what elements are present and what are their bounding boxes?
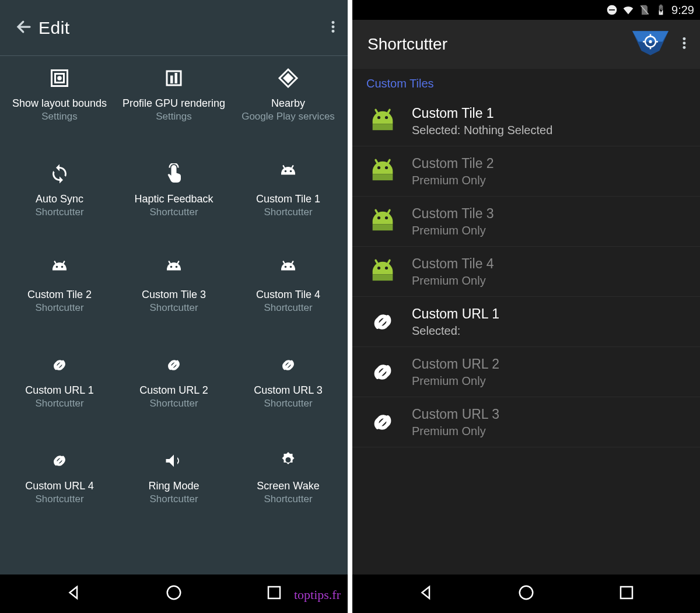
tile[interactable]: Custom Tile 2 Shortcutter [2,253,117,349]
link-icon [276,353,300,377]
app-title: Shortcutter [368,35,447,54]
tile-subtitle: Shortcutter [149,493,198,506]
tile[interactable]: Custom Tile 3 Shortcutter [117,253,231,349]
tile[interactable]: Custom Tile 4 Shortcutter [231,253,345,349]
wifi-icon [622,4,634,16]
nav-home-icon [165,584,183,601]
list-item-subtitle: Premium Only [412,173,494,188]
brightness-icon [276,449,300,472]
list-item-title: Custom Tile 2 [412,155,494,173]
tile[interactable]: Custom URL 2 Shortcutter [117,349,231,444]
list-item-subtitle: Premium Only [412,223,494,238]
android-icon [276,258,300,281]
app-header: Shortcutter [352,20,700,69]
nav-home-button[interactable] [148,578,200,610]
link-icon [162,353,186,377]
nav-back-icon [418,584,435,601]
touch-icon [162,162,186,185]
nav-back-button[interactable] [48,578,100,610]
tile[interactable]: Nearby Google Play services [231,62,345,157]
status-bar: 9:29 [352,0,700,20]
list-item-title: Custom Tile 1 [412,104,552,122]
dnd-icon [606,4,618,16]
tile[interactable]: Haptic Feedback Shortcutter [117,157,231,253]
tile-subtitle: Shortcutter [35,397,83,410]
list-item-title: Custom Tile 4 [412,255,494,273]
sync-icon [48,162,71,185]
android-icon [162,258,186,281]
nav-recents-icon [265,584,283,601]
link-white-icon [366,306,399,338]
tile-subtitle: Shortcutter [264,206,312,219]
list-item[interactable]: Custom URL 2 Premium Only [352,347,700,397]
tile-subtitle: Shortcutter [149,397,198,410]
quick-settings-edit-screen: Edit Show layout bounds Settings Profile… [0,0,348,613]
tile-title: Auto Sync [36,192,83,206]
shortcutter-app-screen: 9:29 Shortcutter Custom Tiles Custom Til… [352,0,700,613]
tile-subtitle: Shortcutter [35,493,83,506]
overflow-menu-button[interactable] [326,19,341,37]
overflow-menu-button[interactable] [677,36,692,53]
tile-title: Custom URL 4 [25,479,93,493]
link-icon [48,353,71,377]
tile[interactable]: Auto Sync Shortcutter [2,157,117,253]
app-logo-icon [632,31,668,55]
edit-header: Edit [0,0,348,56]
gpu-profile-icon [162,66,186,90]
tile[interactable]: Custom URL 1 Shortcutter [2,349,117,444]
tile[interactable]: Screen Wake Shortcutter [231,444,345,540]
tile-subtitle: Google Play services [242,110,335,123]
list-item[interactable]: Custom URL 3 Premium Only [352,397,700,447]
tile[interactable]: Ring Mode Shortcutter [117,444,231,540]
tile-title: Nearby [271,97,305,110]
tiles-grid: Show layout bounds Settings Profile GPU … [0,56,348,575]
nav-home-button[interactable] [500,578,552,610]
tile-subtitle: Settings [41,110,77,123]
arrow-back-icon [15,18,33,36]
list-item-subtitle: Selected: [412,323,499,338]
tile[interactable]: Custom URL 3 Shortcutter [231,349,345,444]
nav-recents-button[interactable] [248,578,300,610]
android-icon [276,162,300,185]
tile[interactable]: Profile GPU rendering Settings [117,62,231,157]
list-item[interactable]: Custom Tile 2 Premium Only [352,146,700,197]
layout-bounds-icon [48,66,71,90]
status-clock: 9:29 [671,3,694,17]
tile-subtitle: Shortcutter [264,302,312,314]
tile-title: Show layout bounds [12,97,107,110]
link-icon [48,449,71,472]
nav-recents-button[interactable] [600,578,653,610]
tile-title: Custom Tile 4 [256,288,320,302]
android-green-icon [366,155,399,188]
list-item-title: Custom URL 2 [412,355,499,373]
list-item[interactable]: Custom Tile 3 Premium Only [352,197,700,247]
tile-title: Custom Tile 3 [142,288,206,302]
custom-tiles-list: Custom Tile 1 Selected: Nothing Selected… [352,96,700,575]
list-item-subtitle: Premium Only [412,423,499,439]
list-item[interactable]: Custom URL 1 Selected: [352,297,700,347]
tile-subtitle: Shortcutter [149,206,198,219]
overflow-icon [326,19,341,34]
list-item[interactable]: Custom Tile 4 Premium Only [352,247,700,297]
list-item-title: Custom Tile 3 [412,205,494,223]
tile-subtitle: Shortcutter [264,397,312,410]
tile-title: Screen Wake [257,479,319,493]
tile-title: Custom URL 1 [25,384,93,397]
tile[interactable]: Custom URL 4 Shortcutter [2,444,117,540]
nav-back-button[interactable] [400,578,453,610]
navigation-bar [0,575,348,613]
overflow-icon [677,36,692,51]
list-item[interactable]: Custom Tile 1 Selected: Nothing Selected [352,96,700,146]
list-item-subtitle: Premium Only [412,373,499,388]
back-button[interactable] [15,18,38,38]
tile[interactable]: Show layout bounds Settings [2,62,117,157]
diamond-icon [276,66,300,90]
tile-title: Custom Tile 1 [256,192,320,206]
no-sim-icon [639,4,650,16]
tile-title: Custom Tile 2 [27,288,92,302]
tile-subtitle: Shortcutter [35,302,83,314]
tile-subtitle: Shortcutter [264,493,312,506]
link-white-icon [366,356,399,388]
tile[interactable]: Custom Tile 1 Shortcutter [231,157,345,253]
list-item-title: Custom URL 1 [412,305,499,323]
